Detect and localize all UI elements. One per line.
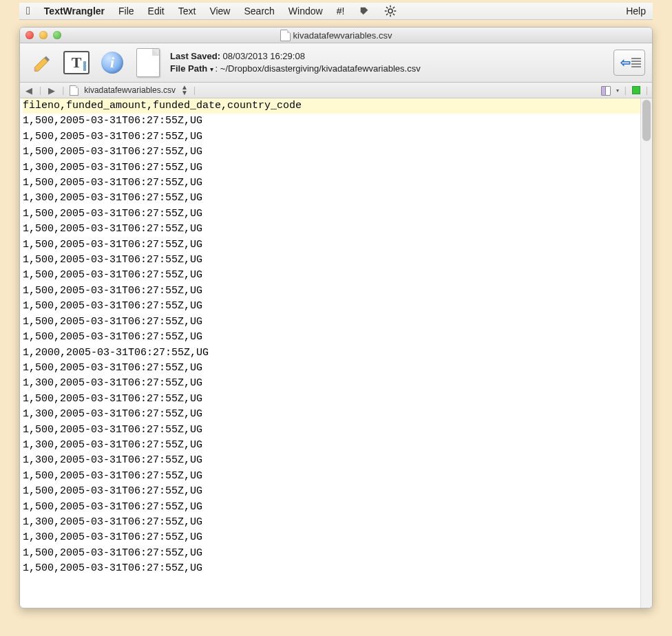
window-titlebar[interactable]: kivadatafewvariables.csv	[20, 28, 652, 43]
bookmark-icon[interactable]	[601, 86, 611, 94]
csv-row: 1,500,2005-03-31T06:27:55Z,UG	[23, 500, 640, 515]
file-path-label: File Path	[170, 63, 207, 74]
document-mini-icon	[70, 85, 78, 96]
csv-row: 1,500,2005-03-31T06:27:55Z,UG	[23, 469, 640, 484]
csv-row: 1,500,2005-03-31T06:27:55Z,UG	[23, 330, 640, 345]
csv-row: 1,500,2005-03-31T06:27:55Z,UG	[23, 484, 640, 499]
nav-back-button[interactable]: ◀	[24, 85, 34, 96]
pencil-icon	[31, 53, 50, 72]
script-menu-icon[interactable]	[358, 5, 370, 17]
nav-forward-button[interactable]: ▶	[47, 85, 56, 96]
svg-line-5	[386, 7, 388, 8]
info-icon: i	[101, 52, 123, 74]
csv-row: 1,500,2005-03-31T06:27:55Z,UG	[23, 315, 640, 330]
info-button[interactable]: i	[98, 49, 126, 76]
menu-help[interactable]: Help	[626, 6, 646, 17]
last-saved-value: 08/03/2013 16:29:08	[223, 51, 305, 61]
menu-window[interactable]: Window	[288, 6, 323, 17]
svg-marker-9	[34, 58, 48, 71]
csv-row: 1,500,2005-03-31T06:27:55Z,UG	[23, 145, 640, 160]
window-minimize-button[interactable]	[39, 31, 48, 39]
csv-row: 1,500,2005-03-31T06:27:55Z,UG	[23, 546, 640, 561]
csv-row: 1,500,2005-03-31T06:27:55Z,UG	[23, 237, 640, 253]
csv-row: 1,300,2005-03-31T06:27:55Z,UG	[23, 376, 640, 391]
bookmark-dropdown-icon[interactable]: ▾	[616, 87, 619, 94]
window-zoom-button[interactable]	[53, 31, 61, 39]
document-button[interactable]	[134, 49, 162, 76]
gear-icon[interactable]	[384, 5, 397, 17]
svg-line-8	[393, 7, 395, 8]
csv-row: 1,300,2005-03-31T06:27:55Z,UG	[23, 191, 640, 206]
menu-shebang[interactable]: #!	[337, 6, 345, 17]
edit-tool-button[interactable]	[27, 49, 54, 76]
file-path-value: ~/Dropbox/disastergiving/kivadatafewvari…	[220, 63, 421, 74]
svg-line-7	[386, 14, 388, 15]
file-switcher-stepper[interactable]: ▲▼	[181, 85, 188, 96]
file-info: Last Saved: 08/03/2013 16:29:08 File Pat…	[170, 50, 605, 74]
window-controls	[20, 31, 61, 39]
csv-row: 1,500,2005-03-31T06:27:55Z,UG	[23, 392, 640, 407]
csv-row: 1,500,2005-03-31T06:27:55Z,UG	[23, 129, 640, 145]
csv-row: 1,300,2005-03-31T06:27:55Z,UG	[23, 515, 640, 530]
window-title: kivadatafewvariables.csv	[293, 30, 392, 41]
csv-row: 1,300,2005-03-31T06:27:55Z,UG	[23, 530, 640, 545]
csv-row: 1,500,2005-03-31T06:27:55Z,UG	[23, 284, 640, 299]
document-large-icon	[136, 48, 160, 77]
csv-row: 1,300,2005-03-31T06:27:55Z,UG	[23, 407, 640, 422]
toolbar: T i Last Saved: 08/03/2013 16:29:08 File…	[20, 43, 652, 83]
list-icon	[631, 58, 641, 67]
vertical-scrollbar[interactable]	[640, 98, 652, 608]
csv-row: 1,300,2005-03-31T06:27:55Z,UG	[23, 438, 640, 453]
csv-row: 1,500,2005-03-31T06:27:55Z,UG	[23, 561, 640, 576]
text-editor[interactable]: fileno,funded_amount,funded_date,country…	[20, 98, 640, 608]
status-indicator-icon[interactable]	[632, 86, 640, 94]
open-file-name[interactable]: kivadatafewvariables.csv	[84, 85, 176, 95]
csv-row: 1,500,2005-03-31T06:27:55Z,UG	[23, 206, 640, 222]
menu-file[interactable]: File	[118, 6, 134, 17]
svg-line-6	[393, 14, 395, 15]
csv-row: 1,500,2005-03-31T06:27:55Z,UG	[23, 176, 640, 191]
last-saved-label: Last Saved:	[170, 51, 220, 61]
csv-row: 1,500,2005-03-31T06:27:55Z,UG	[23, 268, 640, 283]
csv-row: 1,500,2005-03-31T06:27:55Z,UG	[23, 361, 640, 376]
csv-row: 1,300,2005-03-31T06:27:55Z,UG	[23, 453, 640, 468]
window-close-button[interactable]	[25, 31, 34, 39]
svg-point-0	[388, 9, 392, 13]
menu-edit[interactable]: Edit	[148, 6, 165, 17]
document-icon	[280, 30, 291, 41]
document-window: kivadatafewvariables.csv T i Last Saved:…	[19, 27, 653, 608]
csv-row: 1,500,2005-03-31T06:27:55Z,UG	[23, 253, 640, 268]
csv-header-row: fileno,funded_amount,funded_date,country…	[23, 98, 640, 114]
csv-row: 1,500,2005-03-31T06:27:55Z,UG	[23, 423, 640, 438]
apple-menu-icon[interactable]: 	[26, 5, 30, 17]
system-menubar:  TextWrangler File Edit Text View Searc…	[19, 3, 653, 20]
csv-row: 1,500,2005-03-31T06:27:55Z,UG	[23, 222, 640, 237]
editor-area: fileno,funded_amount,funded_date,country…	[20, 98, 652, 608]
csv-row: 1,300,2005-03-31T06:27:55Z,UG	[23, 160, 640, 176]
csv-row: 1,2000,2005-03-31T06:27:55Z,UG	[23, 346, 640, 361]
sidebar-toggle-button[interactable]: ⇦	[613, 50, 645, 76]
app-menu[interactable]: TextWrangler	[44, 6, 105, 17]
menu-text[interactable]: Text	[178, 6, 196, 17]
scrollbar-thumb[interactable]	[642, 100, 651, 141]
menu-search[interactable]: Search	[244, 6, 274, 17]
text-options-icon: T	[63, 51, 90, 74]
csv-row: 1,500,2005-03-31T06:27:55Z,UG	[23, 299, 640, 314]
text-options-button[interactable]: T	[63, 49, 90, 76]
arrow-left-icon: ⇦	[620, 55, 631, 70]
menu-view[interactable]: View	[209, 6, 230, 17]
csv-row: 1,500,2005-03-31T06:27:55Z,UG	[23, 114, 640, 129]
path-dropdown-icon[interactable]: ▾	[210, 65, 216, 73]
document-navbar: ◀ | ▶ | kivadatafewvariables.csv ▲▼ | ▾ …	[20, 83, 652, 98]
